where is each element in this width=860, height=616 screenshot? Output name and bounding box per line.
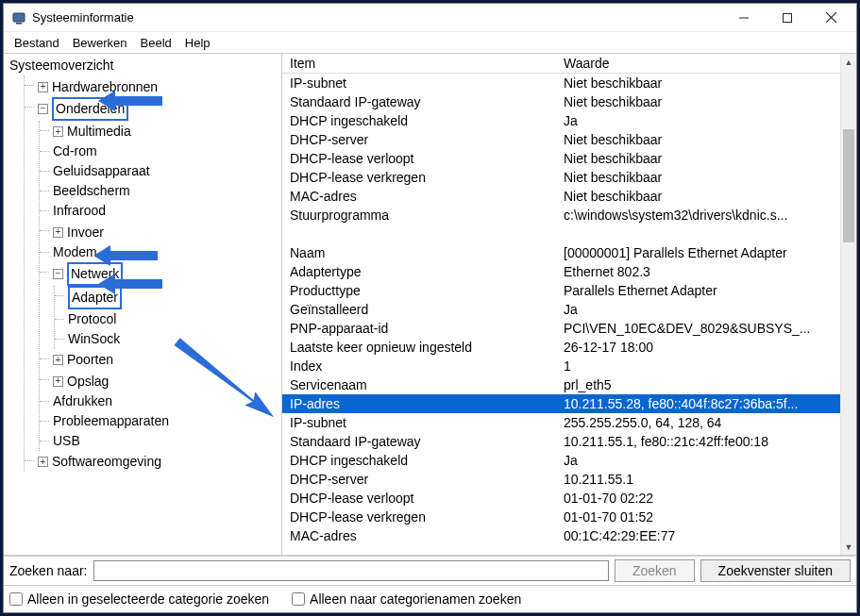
table-row[interactable]: Servicenaamprl_eth5 xyxy=(282,375,840,394)
table-row[interactable]: ProducttypeParallels Ethernet Adapter xyxy=(282,281,840,300)
cell-value: Niet beschikbaar xyxy=(556,74,840,93)
cell-item: Stuurprogramma xyxy=(282,206,556,225)
menu-file[interactable]: Bestand xyxy=(8,34,66,52)
close-button[interactable] xyxy=(809,4,852,32)
cell-value: Niet beschikbaar xyxy=(556,92,840,111)
search-label: Zoeken naar: xyxy=(9,563,88,578)
detail-pane: Item Waarde IP-subnetNiet beschikbaarSta… xyxy=(282,54,856,555)
menu-help[interactable]: Help xyxy=(178,34,217,52)
table-row[interactable]: Naam[00000001] Parallels Ethernet Adapte… xyxy=(282,243,840,262)
table-row[interactable]: Stuurprogrammac:\windows\system32\driver… xyxy=(282,206,840,225)
cell-value: Ja xyxy=(556,111,840,130)
cell-item: Naam xyxy=(282,243,556,262)
cell-item: PNP-apparaat-id xyxy=(282,319,556,338)
tree-input[interactable]: +Invoer xyxy=(53,223,104,242)
table-row[interactable]: DHCP-lease verloopt01-01-70 02:22 xyxy=(282,489,840,508)
expand-icon[interactable]: + xyxy=(53,126,63,137)
cell-item: IP-adres xyxy=(282,394,556,413)
search-button[interactable]: Zoeken xyxy=(615,559,695,582)
expand-icon[interactable]: + xyxy=(38,457,48,467)
tree-softenv[interactable]: +Softwareomgeving xyxy=(38,452,161,472)
cell-item: Geïnstalleerd xyxy=(282,300,556,319)
svg-rect-3 xyxy=(784,13,792,22)
cell-value: 10.211.55.1, fe80::21c:42ff:fe00:18 xyxy=(556,432,840,451)
table-row[interactable]: DHCP-serverNiet beschikbaar xyxy=(282,130,840,149)
close-search-button[interactable]: Zoekvenster sluiten xyxy=(700,559,851,582)
scroll-down-icon[interactable]: ▼ xyxy=(841,539,856,555)
search-options: Alleen in geselecteerde categorie zoeken… xyxy=(4,586,856,612)
tree-display[interactable]: Beeldscherm xyxy=(53,181,130,201)
search-input[interactable] xyxy=(93,560,609,581)
tree-infrared[interactable]: Infrarood xyxy=(53,201,106,221)
collapse-icon[interactable]: − xyxy=(53,269,63,279)
table-row[interactable]: IP-subnetNiet beschikbaar xyxy=(282,74,840,93)
menu-view[interactable]: Beeld xyxy=(134,34,178,52)
column-value[interactable]: Waarde xyxy=(556,54,840,74)
content-area: Systeemoverzicht +Hardwarebronnen −Onder… xyxy=(4,53,856,556)
cell-item: DHCP ingeschakeld xyxy=(282,111,556,130)
table-row[interactable]: MAC-adres00:1C:42:29:EE:77 xyxy=(282,526,840,545)
tree-multimedia[interactable]: +Multimedia xyxy=(53,122,131,142)
expand-icon[interactable]: + xyxy=(53,376,63,387)
table-row[interactable]: GeïnstalleerdJa xyxy=(282,300,840,319)
tree-usb[interactable]: USB xyxy=(53,431,80,451)
cell-item: Standaard IP-gateway xyxy=(282,432,556,451)
cell-value: prl_eth5 xyxy=(556,375,840,394)
cell-item: Laatste keer opnieuw ingesteld xyxy=(282,338,556,357)
table-row[interactable]: Standaard IP-gatewayNiet beschikbaar xyxy=(282,92,840,111)
minimize-button[interactable] xyxy=(722,4,766,32)
cell-item: MAC-adres xyxy=(282,187,556,206)
svg-rect-0 xyxy=(13,13,25,22)
cell-value: 26-12-17 18:00 xyxy=(556,338,840,357)
table-row[interactable]: Standaard IP-gateway10.211.55.1, fe80::2… xyxy=(282,432,840,451)
vertical-scrollbar[interactable]: ▲ ▼ xyxy=(840,54,856,555)
tree-storage[interactable]: +Opslag xyxy=(53,372,109,391)
table-row[interactable]: Laatste keer opnieuw ingesteld26-12-17 1… xyxy=(282,338,840,357)
scroll-up-icon[interactable]: ▲ xyxy=(841,54,856,70)
cell-item: Producttype xyxy=(282,281,556,300)
tree-printing[interactable]: Afdrukken xyxy=(53,391,112,411)
table-row[interactable]: IP-adres10.211.55.28, fe80::404f:8c27:36… xyxy=(282,394,840,413)
app-window: Systeeminformatie Bestand Bewerken Beeld… xyxy=(3,3,857,613)
chk-selected-category[interactable]: Alleen in geselecteerde categorie zoeken xyxy=(9,591,269,607)
tree-problemdev[interactable]: Probleemapparaten xyxy=(53,411,169,431)
menu-edit[interactable]: Bewerken xyxy=(66,34,134,52)
cell-item: Adaptertype xyxy=(282,262,556,281)
table-row[interactable]: PNP-apparaat-idPCI\VEN_10EC&DEV_8029&SUB… xyxy=(282,319,840,338)
tree-root-item[interactable]: Systeemoverzicht xyxy=(9,56,113,75)
table-row[interactable]: DHCP ingeschakeldJa xyxy=(282,451,840,470)
table-row[interactable]: DHCP-lease verkregenNiet beschikbaar xyxy=(282,168,840,187)
expand-icon[interactable]: + xyxy=(53,355,63,365)
table-row[interactable]: DHCP-server10.211.55.1 xyxy=(282,470,840,489)
tree-sound[interactable]: Geluidsapparaat xyxy=(53,161,150,181)
tree-modem[interactable]: Modem xyxy=(53,242,97,262)
table-row[interactable]: DHCP ingeschakeldJa xyxy=(282,111,840,130)
tree-cdrom[interactable]: Cd-rom xyxy=(53,142,97,161)
tree-winsock[interactable]: WinSock xyxy=(68,329,120,349)
table-row[interactable]: IP-subnet255.255.255.0, 64, 128, 64 xyxy=(282,413,840,432)
table-row[interactable]: Index1 xyxy=(282,357,840,375)
table-row[interactable]: MAC-adresNiet beschikbaar xyxy=(282,187,840,206)
arrow-icon xyxy=(98,271,164,297)
table-row[interactable]: AdaptertypeEthernet 802.3 xyxy=(282,262,840,281)
column-item[interactable]: Item xyxy=(282,54,556,74)
cell-value: 1 xyxy=(556,357,840,375)
scroll-thumb[interactable] xyxy=(843,129,854,242)
maximize-button[interactable] xyxy=(766,4,809,32)
tree-ports[interactable]: +Poorten xyxy=(53,350,113,370)
expand-icon[interactable]: + xyxy=(38,82,48,92)
collapse-icon[interactable]: − xyxy=(38,104,48,114)
table-row[interactable]: DHCP-lease verlooptNiet beschikbaar xyxy=(282,149,840,168)
cell-value: 255.255.255.0, 64, 128, 64 xyxy=(556,413,840,432)
table-row[interactable]: DHCP-lease verkregen01-01-70 01:52 xyxy=(282,508,840,526)
tree-pane: Systeemoverzicht +Hardwarebronnen −Onder… xyxy=(4,54,282,555)
checkbox-icon[interactable] xyxy=(292,592,305,606)
checkbox-icon[interactable] xyxy=(9,592,23,606)
cell-item: IP-subnet xyxy=(282,413,556,432)
tree-protocol[interactable]: Protocol xyxy=(68,309,116,329)
cell-item: DHCP-lease verloopt xyxy=(282,149,556,168)
expand-icon[interactable]: + xyxy=(53,227,63,238)
svg-rect-1 xyxy=(16,23,22,25)
app-icon xyxy=(11,10,26,25)
chk-category-names[interactable]: Alleen naar categorienamen zoeken xyxy=(292,591,521,607)
